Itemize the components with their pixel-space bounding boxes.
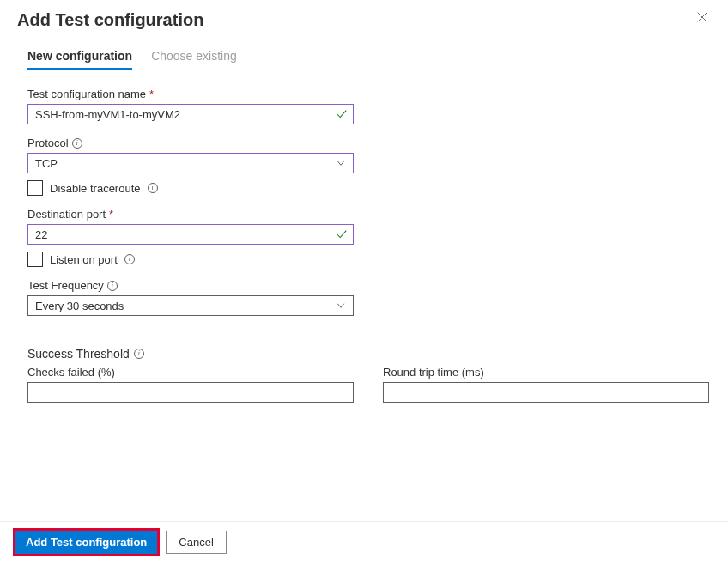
checkbox-listen-on-port[interactable] bbox=[27, 252, 43, 267]
info-icon[interactable]: i bbox=[124, 254, 135, 264]
label-frequency-text: Test Frequency bbox=[27, 279, 104, 292]
label-dest-port: Destination port * bbox=[27, 208, 702, 221]
label-disable-traceroute: Disable traceroute bbox=[50, 182, 141, 195]
row-listen-on-port: Listen on port i bbox=[27, 252, 702, 267]
label-frequency: Test Frequency i bbox=[27, 279, 702, 292]
select-frequency[interactable]: Every 30 seconds bbox=[27, 295, 354, 316]
input-checks-failed[interactable] bbox=[27, 382, 354, 403]
field-dest-port: Destination port * 22 Listen on port i bbox=[27, 208, 702, 267]
field-config-name: Test configuration name * SSH-from-myVM1… bbox=[27, 88, 702, 124]
label-checks-failed: Checks failed (%) bbox=[27, 366, 354, 379]
add-test-configuration-button[interactable]: Add Test configuration bbox=[15, 531, 157, 554]
input-dest-port[interactable]: 22 bbox=[27, 224, 354, 245]
tab-choose-existing[interactable]: Choose existing bbox=[151, 49, 237, 70]
tabs: New configuration Choose existing bbox=[27, 49, 702, 70]
checkbox-disable-traceroute[interactable] bbox=[27, 180, 43, 196]
info-icon[interactable]: i bbox=[148, 183, 158, 193]
select-protocol-value: TCP bbox=[35, 157, 58, 170]
info-icon[interactable]: i bbox=[72, 138, 82, 149]
field-protocol: Protocol i TCP Disable traceroute i bbox=[27, 136, 702, 196]
panel-header: Add Test configuration bbox=[0, 0, 728, 33]
select-protocol[interactable]: TCP bbox=[27, 153, 354, 173]
check-icon bbox=[336, 108, 348, 120]
label-config-name-text: Test configuration name bbox=[27, 88, 146, 100]
input-config-name-value: SSH-from-myVM1-to-myVM2 bbox=[35, 108, 180, 121]
panel-title: Add Test configuration bbox=[17, 10, 203, 30]
col-checks-failed: Checks failed (%) bbox=[27, 366, 354, 403]
select-frequency-value: Every 30 seconds bbox=[35, 300, 124, 312]
label-listen-on-port: Listen on port bbox=[50, 253, 118, 266]
panel-footer: Add Test configuration Cancel bbox=[0, 521, 728, 564]
check-icon bbox=[336, 228, 348, 240]
field-frequency: Test Frequency i Every 30 seconds bbox=[27, 279, 702, 316]
label-dest-port-text: Destination port bbox=[27, 208, 106, 221]
add-test-config-panel: Add Test configuration New configuration… bbox=[0, 0, 728, 564]
chevron-down-icon bbox=[336, 158, 346, 168]
label-rtt: Round trip time (ms) bbox=[383, 366, 709, 379]
required-asterisk: * bbox=[149, 88, 154, 100]
input-dest-port-value: 22 bbox=[35, 228, 47, 241]
tab-new-configuration[interactable]: New configuration bbox=[27, 49, 132, 70]
info-icon[interactable]: i bbox=[107, 281, 118, 291]
label-protocol-text: Protocol bbox=[27, 136, 69, 149]
chevron-down-icon bbox=[336, 300, 346, 311]
info-icon[interactable]: i bbox=[134, 349, 144, 359]
label-config-name: Test configuration name * bbox=[27, 88, 702, 100]
label-protocol: Protocol i bbox=[27, 136, 702, 149]
cancel-button[interactable]: Cancel bbox=[166, 531, 226, 554]
section-success-threshold: Success Threshold i bbox=[27, 347, 702, 361]
input-config-name[interactable]: SSH-from-myVM1-to-myVM2 bbox=[27, 104, 354, 124]
close-icon[interactable] bbox=[694, 10, 711, 27]
threshold-row: Checks failed (%) Round trip time (ms) bbox=[27, 366, 702, 403]
col-rtt: Round trip time (ms) bbox=[383, 366, 709, 403]
panel-content: New configuration Choose existing Test c… bbox=[0, 33, 728, 403]
row-disable-traceroute: Disable traceroute i bbox=[27, 180, 702, 196]
input-rtt[interactable] bbox=[383, 382, 709, 403]
required-asterisk: * bbox=[109, 208, 113, 221]
section-success-threshold-text: Success Threshold bbox=[27, 347, 130, 361]
